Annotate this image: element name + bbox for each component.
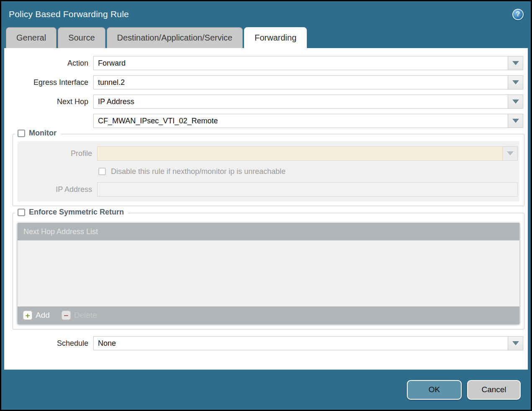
tab-forwarding[interactable]: Forwarding bbox=[244, 27, 307, 48]
title-bar: Policy Based Forwarding Rule ? bbox=[1, 1, 531, 27]
tab-source[interactable]: Source bbox=[58, 27, 105, 48]
egress-interface-combo bbox=[93, 75, 523, 89]
delete-button: − Delete bbox=[62, 311, 97, 320]
next-hop-combo bbox=[93, 94, 523, 109]
next-hop-address-list-header: Next Hop Address List bbox=[18, 223, 519, 240]
action-dropdown-button[interactable] bbox=[508, 56, 523, 70]
next-hop-type-input[interactable] bbox=[93, 94, 508, 109]
monitor-groupbox: Monitor Profile Disable this rule if nex… bbox=[13, 134, 524, 206]
chevron-down-icon bbox=[512, 80, 519, 84]
schedule-row: Schedule bbox=[4, 336, 528, 350]
monitor-panel: Profile Disable this rule if nexthop/mon… bbox=[18, 141, 519, 202]
profile-row: Profile bbox=[18, 146, 519, 161]
enforce-symmetric-return-groupbox: Enforce Symmetric Return Next Hop Addres… bbox=[13, 213, 524, 329]
egress-interface-input[interactable] bbox=[93, 75, 508, 89]
monitor-ip-address-label: IP Address bbox=[18, 185, 97, 194]
monitor-ip-address-row: IP Address bbox=[18, 182, 519, 197]
pbf-rule-dialog: Policy Based Forwarding Rule ? General S… bbox=[1, 1, 531, 410]
forwarding-tab-panel: Action Egress Interface Next Hop bbox=[4, 48, 528, 370]
chevron-down-icon bbox=[512, 119, 519, 123]
monitor-label: Monitor bbox=[29, 129, 57, 138]
delete-button-label: Delete bbox=[74, 311, 97, 320]
next-hop-address-row bbox=[4, 114, 528, 128]
ok-button[interactable]: OK bbox=[407, 380, 462, 400]
tab-general[interactable]: General bbox=[6, 27, 57, 48]
action-input[interactable] bbox=[93, 56, 508, 70]
monitor-checkbox[interactable] bbox=[18, 130, 25, 137]
next-hop-address-list-body bbox=[18, 240, 519, 306]
next-hop-row: Next Hop bbox=[4, 94, 528, 109]
disable-rule-checkbox bbox=[98, 168, 106, 175]
next-hop-address-list-toolbar: + Add − Delete bbox=[18, 306, 519, 324]
cancel-button[interactable]: Cancel bbox=[467, 380, 521, 400]
chevron-down-icon bbox=[512, 100, 519, 104]
tab-destination-application-service[interactable]: Destination/Application/Service bbox=[107, 27, 243, 48]
schedule-label: Schedule bbox=[4, 339, 93, 348]
egress-interface-row: Egress Interface bbox=[4, 75, 528, 89]
egress-interface-label: Egress Interface bbox=[4, 78, 93, 87]
chevron-down-icon bbox=[512, 341, 519, 345]
plus-icon: + bbox=[23, 311, 32, 320]
schedule-combo bbox=[93, 336, 523, 350]
schedule-input[interactable] bbox=[93, 336, 508, 350]
action-label: Action bbox=[4, 59, 93, 68]
profile-dropdown-button bbox=[503, 146, 518, 161]
profile-combo bbox=[97, 146, 518, 161]
egress-interface-dropdown-button[interactable] bbox=[508, 75, 523, 89]
disable-rule-label: Disable this rule if nexthop/monitor ip … bbox=[111, 167, 285, 176]
dialog-footer: OK Cancel bbox=[1, 370, 531, 410]
profile-input bbox=[97, 146, 503, 161]
add-button[interactable]: + Add bbox=[23, 311, 50, 320]
enforce-symmetric-return-label: Enforce Symmetric Return bbox=[29, 208, 124, 217]
next-hop-address-combo bbox=[93, 114, 523, 128]
next-hop-address-input[interactable] bbox=[93, 114, 508, 128]
next-hop-address-dropdown-button[interactable] bbox=[508, 114, 523, 128]
action-row: Action bbox=[4, 56, 528, 70]
next-hop-label: Next Hop bbox=[4, 97, 93, 106]
profile-label: Profile bbox=[18, 149, 97, 158]
chevron-down-icon bbox=[512, 61, 519, 65]
minus-icon: − bbox=[62, 311, 71, 320]
add-button-label: Add bbox=[36, 311, 50, 320]
enforce-symmetric-return-checkbox[interactable] bbox=[18, 209, 25, 216]
enforce-symmetric-return-legend: Enforce Symmetric Return bbox=[15, 208, 128, 217]
monitor-ip-address-input bbox=[97, 182, 518, 197]
tab-bar: General Source Destination/Application/S… bbox=[1, 27, 531, 48]
dialog-title: Policy Based Forwarding Rule bbox=[9, 9, 129, 19]
chevron-down-icon bbox=[507, 151, 514, 156]
monitor-legend: Monitor bbox=[15, 129, 61, 138]
schedule-dropdown-button[interactable] bbox=[508, 336, 523, 350]
disable-rule-row: Disable this rule if nexthop/monitor ip … bbox=[98, 166, 519, 177]
help-icon[interactable]: ? bbox=[512, 9, 524, 20]
action-combo bbox=[93, 56, 523, 70]
next-hop-address-list-table: Next Hop Address List + Add − Delete bbox=[18, 223, 519, 324]
next-hop-dropdown-button[interactable] bbox=[508, 94, 523, 109]
